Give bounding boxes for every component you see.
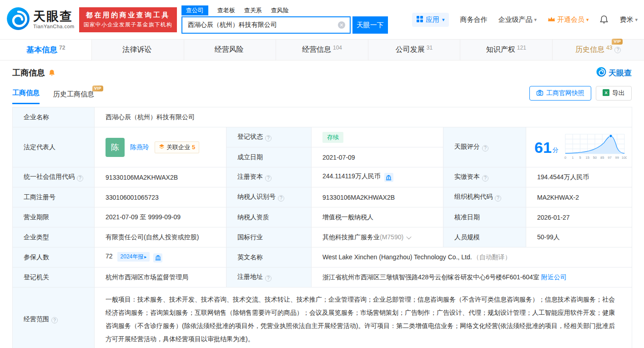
tab-label: 经营风险 (215, 45, 244, 55)
clear-search-icon[interactable]: ✕ (338, 21, 345, 29)
row-company-type: 企业类型 有限责任公司(自然人投资或控股) 国标行业 其他科技推广服务业(M75… (13, 227, 632, 247)
svg-text:0: 0 (564, 156, 566, 160)
score-link[interactable]: 61 分 (534, 133, 627, 161)
tab-legal-litigation[interactable]: 法律诉讼 (92, 40, 184, 60)
help-icon[interactable] (482, 175, 488, 182)
apps-menu[interactable]: 应用 ▾ (412, 13, 449, 27)
field-label: 统一社会信用代码 (24, 173, 75, 180)
auto-translate-note: （自动翻译） (473, 253, 511, 261)
field-label: 纳税人识别号 (237, 193, 276, 200)
nearby-companies-link[interactable]: 附近公司 (541, 273, 567, 281)
tab-intellectual-property[interactable]: 知识产权121 (460, 40, 552, 60)
menu-enterprise-products[interactable]: 企业级产品 ▾ (498, 15, 537, 24)
tab-history-info[interactable]: 历史信息43 VIP (553, 40, 644, 60)
org-code-value-cell: MA2KHWAX-2 (526, 187, 632, 207)
chevron-down-icon[interactable] (406, 234, 411, 239)
related-count: 5 (192, 144, 195, 151)
paid-capital-value-cell: 194.4544万人民币 (526, 167, 632, 187)
help-icon[interactable] (265, 135, 272, 141)
monitor-bell-icon[interactable] (48, 69, 55, 76)
insured-count: 72 (106, 252, 113, 260)
menu-open-vip[interactable]: 开通会员 ▾ (548, 15, 589, 24)
field-label: 注册资本 (237, 173, 263, 180)
tab-operation-info[interactable]: 经营信息104 (276, 40, 368, 60)
search-tab-boss[interactable]: 查老板 (217, 5, 235, 15)
type-label-cell: 企业类型 (13, 227, 95, 247)
tianyancha-logo[interactable]: 天眼查 TianYanCha.com (6, 7, 75, 32)
score-value-cell: 61 分 (526, 127, 632, 167)
apps-label: 应用 (426, 15, 439, 24)
annual-report-badge[interactable]: 2024年报▸ (117, 252, 150, 262)
svg-text:97: 97 (608, 156, 611, 160)
export-button[interactable]: X 导出 (596, 86, 632, 101)
score-number: 61 (534, 140, 552, 155)
business-scope: 一般项目：技术服务、技术开发、技术咨询、技术交流、技术转让、技术推广；企业管理咨… (106, 296, 615, 343)
user-menu[interactable]: 费米 ▾ (619, 15, 638, 24)
search-box[interactable]: ✕ (181, 16, 351, 34)
svg-text:15: 15 (585, 156, 589, 160)
section-title: 工商信息 (12, 67, 45, 78)
username: 费米 (619, 15, 633, 24)
help-icon[interactable] (495, 195, 501, 202)
search-tab-relation[interactable]: 查关系 (244, 5, 262, 15)
search-tabs: 查公司 查老板 查关系 查风险 (181, 5, 388, 15)
help-icon[interactable] (614, 47, 621, 53)
taxpayer-quality: 增值税一般纳税人 (322, 213, 373, 221)
subtab-business-info[interactable]: 工商信息 (12, 89, 40, 104)
staff-value-cell: 50-99人 (526, 227, 632, 247)
menu-cooperation[interactable]: 商务合作 (460, 15, 487, 24)
tab-count: 121 (517, 45, 526, 51)
search-tab-risk[interactable]: 查风险 (271, 5, 289, 15)
tab-label: 经营信息 (302, 45, 331, 55)
field-label: 成立日期 (237, 153, 263, 161)
legal-rep-avatar[interactable]: 陈 (106, 138, 125, 157)
legal-rep-name-link[interactable]: 陈燕玲 (130, 143, 149, 151)
row-term: 营业期限 2021-07-09 至 9999-09-09 纳税人资质 增值税一般… (13, 207, 632, 227)
bank-icon[interactable] (384, 173, 393, 182)
chevron-down-icon: ▾ (635, 17, 638, 23)
taxpayer-quality-label-cell: 纳税人资质 (226, 207, 312, 227)
company-name: 西湖心辰（杭州）科技有限公司 (106, 113, 195, 121)
company-type: 有限责任公司(自然人投资或控股) (106, 233, 199, 241)
subtab-history-business-info[interactable]: 历史工商信息 VIP (53, 90, 94, 104)
search-button[interactable]: 天眼一下 (352, 16, 388, 34)
slogan-banner: 都在用的商业查询工具 国家中小企业发展子基金旗下机构 (79, 7, 177, 32)
establish-label-cell: 成立日期 (226, 147, 312, 167)
row-authority: 登记机关 杭州市西湖区市场监督管理局 注册地址 浙江省杭州市西湖区三墩镇智强路4… (13, 267, 632, 287)
field-label: 营业期限 (24, 213, 49, 221)
search-tab-company[interactable]: 查公司 (181, 5, 208, 15)
watermark-logo: 天眼查 (596, 67, 632, 79)
help-icon[interactable] (51, 317, 58, 323)
credit-code: 91330106MA2KHWAX2B (106, 174, 178, 181)
svg-text:99: 99 (615, 156, 619, 160)
authority-value-cell: 杭州市西湖区市场监督管理局 (95, 267, 226, 287)
tab-company-development[interactable]: 公司发展31 (368, 40, 460, 60)
help-icon[interactable] (77, 175, 83, 182)
search-input[interactable] (182, 21, 338, 29)
field-label: 英文名称 (237, 253, 263, 261)
term-label-cell: 营业期限 (13, 207, 95, 227)
help-icon[interactable] (278, 195, 284, 202)
notification-bell-icon[interactable] (599, 15, 609, 24)
brand-name: 天眼查 (33, 10, 75, 24)
business-term: 2021-07-09 至 9999-09-09 (106, 213, 181, 221)
help-icon[interactable] (265, 275, 272, 282)
reg-no-value-cell: 330106001065723 (95, 187, 226, 207)
field-label: 登记机关 (24, 273, 49, 281)
en-name-value-cell: West Lake Xinchen (Hangzhou) Technology … (312, 247, 632, 267)
help-icon[interactable] (482, 145, 488, 151)
tab-basic-info[interactable]: 基本信息72 (0, 40, 92, 60)
brand-domain: TianYanCha.com (33, 24, 75, 29)
tab-operation-risk[interactable]: 经营风险 (184, 40, 276, 60)
bank-icon[interactable] (153, 253, 162, 262)
camera-icon (536, 89, 543, 98)
taxpayer-id-value-cell: 91330106MA2KHWAX2B (312, 187, 443, 207)
related-companies-badge[interactable]: 关联企业 5 (155, 141, 199, 153)
taxpayer-id: 91330106MA2KHWAX2B (322, 194, 395, 201)
reg-no: 330106001065723 (106, 194, 159, 201)
scope-value-cell: 一般项目：技术服务、技术开发、技术咨询、技术交流、技术转让、技术推广；企业管理咨… (95, 287, 632, 348)
field-label: 天眼评分 (454, 143, 480, 150)
official-snapshot-button[interactable]: 工商官网快照 (529, 86, 591, 101)
cooperation-label: 商务合作 (460, 15, 487, 24)
help-icon[interactable] (265, 175, 272, 182)
